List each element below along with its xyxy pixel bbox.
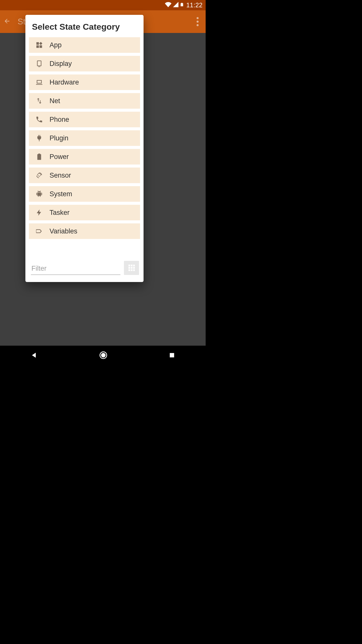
category-list: App Display Hardware Net (25, 37, 144, 256)
category-item-variables[interactable]: Variables (29, 223, 140, 239)
category-dialog: Select State Category App Display Hardwa… (25, 15, 144, 282)
category-item-app[interactable]: App (29, 37, 140, 53)
svg-rect-2 (170, 353, 174, 357)
category-label: Tasker (50, 209, 70, 217)
overflow-menu-icon[interactable] (197, 21, 199, 23)
category-label: Phone (50, 116, 69, 124)
category-label: System (50, 190, 72, 198)
category-item-net[interactable]: Net (29, 93, 140, 109)
label-icon (33, 227, 46, 235)
appbar-action-icon-2[interactable] (184, 18, 191, 25)
category-label: App (50, 41, 62, 49)
android-icon (33, 190, 46, 198)
dialog-footer (25, 256, 144, 277)
battery-icon (180, 1, 184, 9)
swap-vert-icon (33, 97, 46, 105)
widgets-icon (33, 41, 46, 49)
nav-recents-icon[interactable] (169, 352, 175, 359)
dialog-title: Select State Category (25, 22, 144, 37)
grid-icon (127, 264, 135, 272)
category-item-phone[interactable]: Phone (29, 112, 140, 127)
category-label: Net (50, 97, 60, 105)
battery-icon (33, 153, 46, 160)
grid-view-button[interactable] (124, 261, 139, 275)
status-bar: 11:22 (0, 0, 206, 10)
category-label: Variables (50, 227, 77, 235)
category-item-tasker[interactable]: Tasker (29, 205, 140, 220)
screen: 11:22 State Edit Select State Category A… (0, 0, 206, 366)
laptop-icon (33, 78, 46, 86)
category-item-plugin[interactable]: Plugin (29, 130, 140, 146)
svg-point-1 (101, 353, 106, 357)
wifi-icon (165, 1, 171, 9)
cell-signal-icon (172, 1, 179, 9)
system-navbar (0, 346, 206, 366)
category-label: Sensor (50, 172, 71, 179)
bolt-icon (33, 209, 46, 216)
category-label: Plugin (50, 134, 68, 142)
category-label: Display (50, 60, 72, 68)
category-item-display[interactable]: Display (29, 56, 140, 71)
appbar-action-icon[interactable] (177, 18, 184, 25)
nav-back-icon[interactable] (30, 351, 38, 360)
rotation-icon (33, 172, 46, 179)
display-icon (33, 60, 46, 67)
category-item-hardware[interactable]: Hardware (29, 74, 140, 90)
nav-home-icon[interactable] (99, 351, 108, 361)
category-item-system[interactable]: System (29, 186, 140, 202)
filter-input[interactable] (31, 263, 120, 275)
category-label: Hardware (50, 78, 79, 86)
category-item-sensor[interactable]: Sensor (29, 168, 140, 183)
category-label: Power (50, 153, 69, 161)
back-icon[interactable] (4, 18, 11, 26)
plug-icon (33, 134, 46, 142)
category-item-power[interactable]: Power (29, 149, 140, 165)
phone-icon (33, 116, 46, 123)
status-time: 11:22 (186, 2, 203, 9)
